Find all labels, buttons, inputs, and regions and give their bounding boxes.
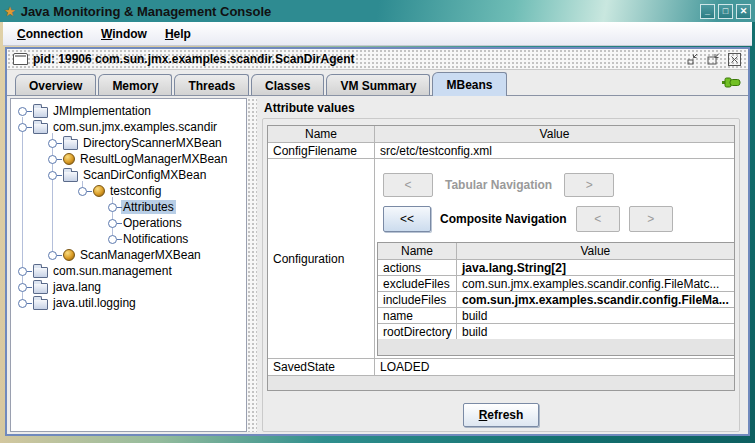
tree-toggle-icon[interactable] xyxy=(45,135,61,151)
mbean-icon xyxy=(63,153,75,165)
tree-item-operations[interactable]: Operations xyxy=(11,215,246,231)
tree-toggle-icon[interactable] xyxy=(45,167,61,183)
mbeans-content: JMImplementation com.sun.jmx.examples.sc… xyxy=(7,95,748,434)
split-pane-divider[interactable] xyxy=(247,98,257,432)
window-titlebar[interactable]: ★ Java Monitoring & Management Console _… xyxy=(0,0,755,22)
connection-frame: pid: 19906 com.sun.jmx.examples.scandir.… xyxy=(5,47,750,436)
tabular-next-button[interactable]: > xyxy=(564,173,614,197)
menu-help[interactable]: Help xyxy=(157,24,199,44)
menu-connection[interactable]: Connection xyxy=(9,24,91,44)
attributes-panel: Attribute values Name Value ConfigFilena… xyxy=(257,98,745,432)
tree-item-jmimplementation[interactable]: JMImplementation xyxy=(11,103,246,119)
close-icon[interactable]: ✕ xyxy=(736,4,751,19)
folder-icon xyxy=(33,299,48,310)
attribute-values-table: Name Value ConfigFilename src/etc/testco… xyxy=(267,125,735,391)
tab-threads[interactable]: Threads xyxy=(174,74,249,95)
folder-icon xyxy=(63,139,78,150)
minimize-icon[interactable]: _ xyxy=(700,4,715,19)
attributes-titled-border: Name Value ConfigFilename src/etc/testco… xyxy=(262,118,740,432)
frame-titlebar[interactable]: pid: 19906 com.sun.jmx.examples.scandir.… xyxy=(7,49,748,70)
frame-maximize-icon[interactable] xyxy=(706,52,721,66)
table-row-configfilename[interactable]: ConfigFilename src/etc/testconfig.xml xyxy=(268,142,734,158)
tree-item-com-sun-management[interactable]: com.sun.management xyxy=(11,263,246,279)
folder-icon xyxy=(33,283,48,294)
button-area: Refresh xyxy=(267,403,735,427)
inner-row-excludefiles[interactable]: excludeFiles com.sun.jmx.examples.scandi… xyxy=(378,275,734,291)
mbean-icon xyxy=(63,249,75,261)
folder-icon xyxy=(33,123,48,134)
mbean-tree-panel: JMImplementation com.sun.jmx.examples.sc… xyxy=(10,98,247,432)
tab-mbeans[interactable]: MBeans xyxy=(432,72,506,96)
frame-window-icon xyxy=(13,53,28,65)
folder-icon xyxy=(33,267,48,278)
table-row-configuration[interactable]: Configuration < Tabular Navigation > << … xyxy=(268,158,734,358)
maximize-icon[interactable]: □ xyxy=(718,4,733,19)
main-window: ★ Java Monitoring & Management Console _… xyxy=(0,0,755,443)
inner-table-empty-area xyxy=(378,339,734,355)
inner-row-includefiles[interactable]: includeFiles com.sun.jmx.examples.scandi… xyxy=(378,291,734,307)
tabular-navigation: < Tabular Navigation > xyxy=(383,173,737,197)
tab-memory[interactable]: Memory xyxy=(98,74,172,95)
tree-item-scandirconfig[interactable]: ScanDirConfigMXBean xyxy=(11,167,246,183)
tree-item-testconfig[interactable]: testconfig xyxy=(11,183,246,199)
menu-bar: Connection Window Help xyxy=(3,22,752,46)
tree-toggle-icon[interactable] xyxy=(105,215,121,231)
green-plug-icon xyxy=(721,75,742,93)
inner-row-actions[interactable]: actions java.lang.String[2] xyxy=(378,259,734,275)
composite-navigation-label: Composite Navigation xyxy=(440,212,567,226)
inner-row-rootdirectory[interactable]: rootDirectory build xyxy=(378,323,734,339)
composite-next-button[interactable]: > xyxy=(629,206,673,232)
header-value: Value xyxy=(375,126,734,142)
menu-window[interactable]: Window xyxy=(93,24,155,44)
tree-item-scanmanager[interactable]: ScanManagerMXBean xyxy=(11,247,246,263)
tree-toggle-icon[interactable] xyxy=(105,231,121,247)
header-name: Name xyxy=(268,126,375,142)
folder-icon xyxy=(33,107,48,118)
tree-item-resultlogmanager[interactable]: ResultLogManagerMXBean xyxy=(11,151,246,167)
frame-minimize-icon[interactable] xyxy=(686,52,700,66)
tree-toggle-icon[interactable] xyxy=(15,263,31,279)
tree-toggle-icon[interactable] xyxy=(15,279,31,295)
tabular-prev-button[interactable]: < xyxy=(383,173,433,197)
table-header-row: Name Value xyxy=(268,126,734,142)
table-row-savedstate[interactable]: SavedState LOADED xyxy=(268,358,734,375)
tree-toggle-icon[interactable] xyxy=(15,119,31,135)
tree-toggle-icon[interactable] xyxy=(15,295,31,311)
tree-toggle-icon[interactable] xyxy=(105,199,121,215)
inner-row-name[interactable]: name build xyxy=(378,307,734,323)
tree-item-directoryscanner[interactable]: DirectoryScannerMXBean xyxy=(11,135,246,151)
tree-toggle-icon[interactable] xyxy=(45,247,61,263)
refresh-button[interactable]: Refresh xyxy=(463,403,540,427)
tab-bar: Overview Memory Threads Classes VM Summa… xyxy=(7,70,748,95)
tree-item-notifications[interactable]: Notifications xyxy=(11,231,246,247)
configuration-composite-table: Name Value actions java.lang.String[2] e… xyxy=(377,242,735,356)
tree-toggle-icon[interactable] xyxy=(15,103,31,119)
composite-navigation: << Composite Navigation < > xyxy=(383,206,737,232)
frame-close-icon[interactable] xyxy=(727,52,742,67)
tree-toggle-icon[interactable] xyxy=(75,183,91,199)
tab-vm-summary[interactable]: VM Summary xyxy=(326,74,430,95)
window-title: Java Monitoring & Management Console xyxy=(21,4,695,19)
composite-prev-button[interactable]: < xyxy=(576,206,620,232)
tree-toggle-icon[interactable] xyxy=(45,151,61,167)
tab-classes[interactable]: Classes xyxy=(251,74,324,95)
folder-icon xyxy=(63,171,78,182)
tree-item-java-util-logging[interactable]: java.util.logging xyxy=(11,295,246,311)
mbean-tree: JMImplementation com.sun.jmx.examples.sc… xyxy=(11,99,246,311)
tree-item-java-lang[interactable]: java.lang xyxy=(11,279,246,295)
tree-item-attributes[interactable]: Attributes xyxy=(11,199,246,215)
inner-header-row: Name Value xyxy=(378,243,734,259)
composite-back-button[interactable]: << xyxy=(383,206,431,232)
mbean-icon xyxy=(93,185,105,197)
configuration-value-cell: < Tabular Navigation > << Composite Navi… xyxy=(375,159,737,358)
table-empty-area xyxy=(268,375,734,390)
tree-item-scandir-domain[interactable]: com.sun.jmx.examples.scandir xyxy=(11,119,246,135)
frame-title: pid: 19906 com.sun.jmx.examples.scandir.… xyxy=(33,52,681,66)
tabular-navigation-label: Tabular Navigation xyxy=(445,178,552,192)
tab-overview[interactable]: Overview xyxy=(15,74,96,95)
attributes-panel-title: Attribute values xyxy=(262,100,740,115)
app-icon: ★ xyxy=(4,5,16,18)
